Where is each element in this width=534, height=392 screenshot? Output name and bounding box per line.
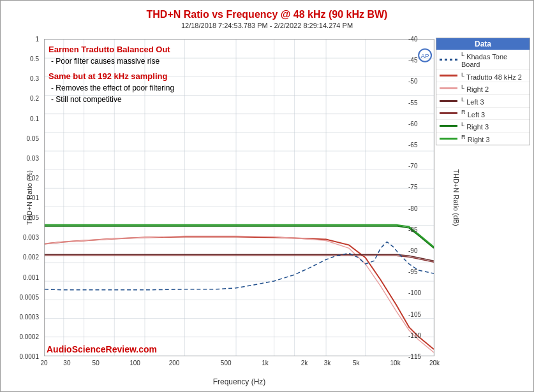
y-tick-right-0: -40 <box>408 36 417 43</box>
y-tick-left-16: 0.0001 <box>19 353 39 360</box>
x-ticks: 2030501002005001k2k3k5k10k20k <box>44 359 434 371</box>
y-tick-left-5: 0.05 <box>27 134 39 142</box>
x-tick-11: 20k <box>429 359 440 367</box>
x-tick-7: 2k <box>301 359 308 367</box>
y-tick-left-12: 0.001 <box>23 273 39 280</box>
legend-swatch-6 <box>440 138 457 140</box>
x-axis-label: Frequency (Hz) <box>44 377 434 386</box>
legend-item-2: L Right 2 <box>436 82 530 95</box>
legend-item-3: L Left 3 <box>436 95 530 108</box>
x-tick-1: 30 <box>63 359 70 367</box>
y-tick-right-9: -85 <box>408 226 417 233</box>
y-tick-right-11: -95 <box>408 268 417 275</box>
legend-swatch-1 <box>440 75 457 76</box>
y-tick-left-8: 0.01 <box>27 194 39 201</box>
x-tick-2: 50 <box>93 359 100 367</box>
y-ticks-left: 10.50.30.20.10.050.030.020.010.0050.0030… <box>1 39 41 356</box>
legend-label-0: L Khadas Tone Board <box>461 51 526 68</box>
y-tick-left-10: 0.003 <box>23 234 39 241</box>
y-tick-right-6: -70 <box>408 163 417 170</box>
y-tick-right-15: -115 <box>408 353 421 360</box>
y-tick-right-13: -105 <box>408 310 421 317</box>
y-tick-left-13: 0.0005 <box>19 293 39 300</box>
legend-item-4: R Left 3 <box>436 108 530 120</box>
x-tick-6: 1k <box>262 359 269 367</box>
x-tick-8: 3k <box>324 359 331 367</box>
y-tick-right-3: -55 <box>408 99 417 106</box>
watermark: AudioScienceReview.com <box>47 344 157 354</box>
y-tick-left-1: 0.5 <box>30 55 39 62</box>
y-tick-right-7: -75 <box>408 184 417 191</box>
x-tick-9: 5k <box>353 359 360 367</box>
legend-swatch-4 <box>440 112 457 114</box>
legend-item-6: R Right 3 <box>436 133 530 145</box>
y-tick-right-1: -45 <box>408 57 417 64</box>
legend: Data L Khadas Tone Board L Tradutto 48 k… <box>436 38 530 145</box>
y-tick-right-14: -110 <box>408 331 421 338</box>
legend-swatch-0 <box>440 59 457 61</box>
legend-label-4: R Left 3 <box>461 109 485 119</box>
legend-swatch-3 <box>440 100 457 102</box>
y-tick-left-11: 0.002 <box>23 254 39 261</box>
annotation-heading-1: Earmen Tradutto Balanced Out <box>48 44 174 55</box>
y-tick-left-6: 0.03 <box>27 154 39 161</box>
annotation-box: Earmen Tradutto Balanced Out - Poor filt… <box>48 44 174 105</box>
legend-label-3: L Left 3 <box>461 96 484 106</box>
chart-subtitle: 12/18/2018 7:24:53.783 PM - 2/2/2022 8:2… <box>1 22 533 29</box>
legend-label-5: L Right 3 <box>461 121 489 131</box>
legend-label-6: R Right 3 <box>461 134 490 143</box>
x-tick-4: 200 <box>169 359 180 367</box>
y-tick-right-5: -65 <box>408 142 417 149</box>
y-tick-right-10: -90 <box>408 247 417 254</box>
legend-item-5: L Right 3 <box>436 120 530 133</box>
annotation-sub-3: - Still not competitive <box>51 94 174 105</box>
legend-label-1: L Tradutto 48 kHz 2 <box>461 71 522 81</box>
y-tick-left-15: 0.0002 <box>19 333 39 340</box>
x-tick-0: 20 <box>40 359 47 367</box>
x-tick-3: 100 <box>130 359 140 367</box>
y-tick-right-2: -50 <box>408 78 417 85</box>
y-tick-right-4: -60 <box>408 120 417 127</box>
annotation-sub-2: - Removes the effect of poor filtering <box>51 82 174 94</box>
x-tick-10: 10k <box>390 359 401 367</box>
chart-container: THD+N Ratio vs Frequency @ 48 kHz (90 kH… <box>0 0 534 392</box>
y-tick-right-12: -100 <box>408 289 421 296</box>
y-tick-right-8: -80 <box>408 205 417 212</box>
y-axis-right-container: THD+N Ratio (dB) <box>426 39 436 356</box>
legend-item-1: L Tradutto 48 kHz 2 <box>436 70 530 83</box>
x-tick-5: 500 <box>221 359 232 367</box>
annotation-sub-1: - Poor filter causes massive rise <box>51 55 174 67</box>
y-tick-left-4: 0.1 <box>30 115 39 122</box>
y-axis-right-label: THD+N Ratio (dB) <box>452 169 460 226</box>
chart-title: THD+N Ratio vs Frequency @ 48 kHz (90 kH… <box>1 4 533 22</box>
y-tick-left-0: 1 <box>35 36 39 43</box>
chart-header: THD+N Ratio vs Frequency @ 48 kHz (90 kH… <box>1 1 533 29</box>
y-tick-left-2: 0.3 <box>30 75 39 82</box>
y-tick-left-3: 0.2 <box>30 95 39 102</box>
legend-label-2: L Right 2 <box>461 83 489 93</box>
y-tick-left-9: 0.005 <box>23 214 39 221</box>
annotation-heading-2: Same but at 192 kHz sampling <box>48 71 174 82</box>
y-tick-left-7: 0.02 <box>27 174 39 181</box>
legend-title: Data <box>436 38 530 50</box>
legend-swatch-5 <box>440 125 457 127</box>
y-tick-left-14: 0.0003 <box>19 313 39 320</box>
legend-swatch-2 <box>440 87 457 89</box>
legend-item-0: L Khadas Tone Board <box>436 50 530 70</box>
